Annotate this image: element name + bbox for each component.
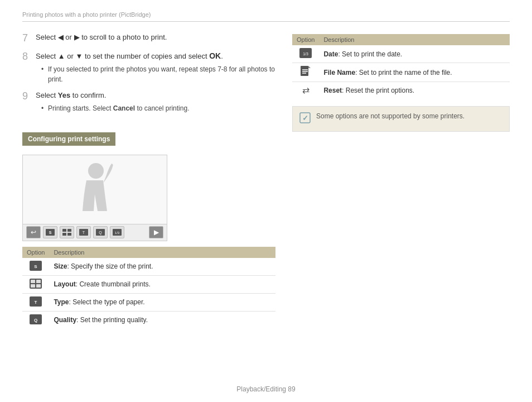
right-option-table: Option Description 1/3 Date: Set to prin… xyxy=(292,34,510,98)
svg-point-0 xyxy=(88,163,104,179)
right-table-col-desc: Description xyxy=(319,34,510,45)
note-box: ✓ Some options are not supported by some… xyxy=(292,106,510,132)
svg-rect-4 xyxy=(67,229,71,232)
step-7-content: Select ◀ or ▶ to scroll to a photo to pr… xyxy=(36,32,275,45)
svg-rect-6 xyxy=(67,233,71,236)
svg-text:Q: Q xyxy=(99,231,102,235)
svg-rect-17 xyxy=(36,280,41,283)
date-desc: Date: Set to print the date. xyxy=(319,45,510,63)
page-container: Printing photos with a photo printer (Pi… xyxy=(0,0,532,402)
right-table-col-option: Option xyxy=(292,34,319,45)
svg-rect-5 xyxy=(62,233,66,236)
svg-rect-16 xyxy=(31,280,35,283)
svg-text:T: T xyxy=(35,300,37,305)
breadcrumb: Printing photos with a photo printer (Pi… xyxy=(22,11,510,22)
quality-icon-cell: Q xyxy=(22,311,49,329)
svg-rect-18 xyxy=(31,284,35,288)
step-8: 8 Select ▲ or ▼ to set the number of cop… xyxy=(22,50,275,84)
left-table-row-layout: Layout: Create thumbnail prints. xyxy=(22,275,275,293)
toolbar-date-btn[interactable]: 1/3 xyxy=(110,226,124,238)
step-9-number: 9 xyxy=(22,90,31,113)
step-7-number: 7 xyxy=(22,32,31,45)
svg-marker-27 xyxy=(308,66,311,68)
step-9-text: Select Yes to confirm. xyxy=(36,91,106,99)
svg-rect-19 xyxy=(36,284,41,288)
reset-icon-cell: ⇄ xyxy=(292,82,319,99)
step-7: 7 Select ◀ or ▶ to scroll to a photo to … xyxy=(22,32,275,45)
type-desc: Type: Select the type of paper. xyxy=(49,293,275,311)
step-9-content: Select Yes to confirm. Printing starts. … xyxy=(36,90,275,113)
step-9: 9 Select Yes to confirm. Printing starts… xyxy=(22,90,275,113)
type-icon-cell: T xyxy=(22,293,49,311)
toolbar-back-btn[interactable]: ↩ xyxy=(26,226,41,238)
layout-desc: Layout: Create thumbnail prints. xyxy=(49,275,275,293)
right-table-row-reset: ⇄ Reset: Reset the print options. xyxy=(292,82,510,99)
person-silhouette xyxy=(72,161,117,224)
toolbar-size-btn[interactable]: S xyxy=(43,226,57,238)
svg-text:S: S xyxy=(35,264,38,269)
footer-page: 89 xyxy=(288,385,295,393)
reset-icon: ⇄ xyxy=(302,85,309,95)
step-8-ok: OK xyxy=(209,51,221,60)
note-icon: ✓ xyxy=(299,112,311,126)
svg-text:T: T xyxy=(83,231,85,234)
section-heading: Configuring print settings xyxy=(22,122,275,150)
left-table-row-quality: Q Quality: Set the printing quality. xyxy=(22,311,275,329)
size-icon-cell: S xyxy=(22,258,49,276)
toolbar-quality-btn[interactable]: Q xyxy=(93,226,108,238)
svg-rect-26 xyxy=(301,66,308,76)
svg-text:S: S xyxy=(49,231,52,234)
toolbar-next-btn[interactable]: ▶ xyxy=(149,226,163,238)
camera-image-box: ↩ S xyxy=(22,155,167,241)
step-8-content: Select ▲ or ▼ to set the number of copie… xyxy=(36,50,275,84)
right-table-row-filename: File Name: Set to print the name of the … xyxy=(292,63,510,82)
right-column: Option Description 1/3 Date: Set to prin… xyxy=(292,32,510,329)
svg-text:1/3: 1/3 xyxy=(115,231,120,234)
reset-desc: Reset: Reset the print options. xyxy=(319,82,510,99)
toolbar-layout-btn[interactable] xyxy=(60,226,74,238)
step-8-bullet-1: If you selected to print the photos you … xyxy=(41,64,275,84)
left-option-table: Option Description S Size: Specify the s… xyxy=(22,247,275,329)
left-table-row-type: T Type: Select the type of paper. xyxy=(22,293,275,311)
section-heading-label: Configuring print settings xyxy=(22,132,115,146)
layout-icon-cell xyxy=(22,275,49,293)
step-8-number: 8 xyxy=(22,50,31,84)
filename-icon-cell xyxy=(292,63,319,82)
date-icon-cell: 1/3 xyxy=(292,45,319,63)
content-columns: 7 Select ◀ or ▶ to scroll to a photo to … xyxy=(22,32,510,329)
left-table-col-option: Option xyxy=(22,247,49,258)
svg-rect-3 xyxy=(62,229,66,232)
note-text: Some options are not supported by some p… xyxy=(316,112,465,120)
left-column: 7 Select ◀ or ▶ to scroll to a photo to … xyxy=(22,32,275,329)
left-table-col-desc: Description xyxy=(49,247,275,258)
step-7-text: Select ◀ or ▶ to scroll to a photo to pr… xyxy=(36,33,167,41)
quality-desc: Quality: Set the printing quality. xyxy=(49,311,275,329)
step-8-bullets: If you selected to print the photos you … xyxy=(36,64,275,84)
footer-text: Playback/Editing xyxy=(236,385,286,393)
step-9-bullets: Printing starts. Select Cancel to cancel… xyxy=(36,103,275,113)
filename-desc: File Name: Set to print the name of the … xyxy=(319,63,510,82)
step-8-text: Select ▲ or ▼ to set the number of copie… xyxy=(36,52,223,60)
svg-text:Q: Q xyxy=(34,318,37,323)
toolbar-type-btn[interactable]: T xyxy=(76,226,91,238)
size-desc: Size: Specify the size of the print. xyxy=(49,258,275,276)
page-footer: Playback/Editing 89 xyxy=(0,385,532,393)
step-9-bullet-1: Printing starts. Select Cancel to cancel… xyxy=(41,103,275,113)
svg-text:✓: ✓ xyxy=(302,114,308,122)
right-table-row-date: 1/3 Date: Set to print the date. xyxy=(292,45,510,63)
svg-text:1/3: 1/3 xyxy=(303,52,308,56)
left-table-row-size: S Size: Specify the size of the print. xyxy=(22,258,275,276)
camera-toolbar: ↩ S xyxy=(23,224,167,241)
